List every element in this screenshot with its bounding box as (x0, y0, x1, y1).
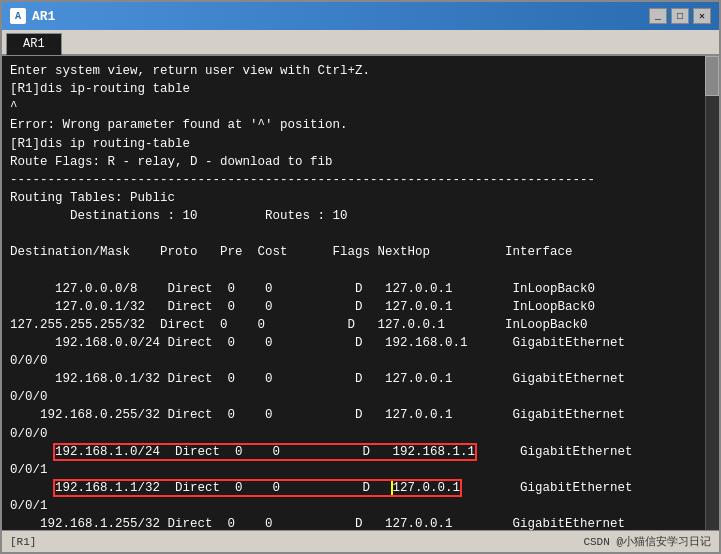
title-bar: A AR1 _ □ ✕ (2, 2, 719, 30)
line-route-6b: 0/0/0 (10, 427, 48, 441)
line-route-5: 192.168.0.1/32 Direct 0 0 D 127.0.0.1 Gi… (10, 372, 625, 386)
highlight-127-0-0-1: 127.0.0.1 (393, 481, 461, 495)
highlight-192-168-1-1: 192.168.1.1/32 Direct 0 0 D 127.0.0.1 (55, 481, 460, 495)
line-6: Route Flags: R - relay, D - download to … (10, 155, 333, 169)
minimize-button[interactable]: _ (649, 8, 667, 24)
line-route-9: 192.168.1.255/32 Direct 0 0 D 127.0.0.1 … (10, 517, 625, 530)
highlight-192-168-1-0: 192.168.1.0/24 Direct 0 0 D 192.168.1.1 (55, 445, 475, 459)
window-controls[interactable]: _ □ ✕ (649, 8, 711, 24)
app-icon: A (10, 8, 26, 24)
line-8: Routing Tables: Public (10, 191, 175, 205)
scrollbar-thumb[interactable] (705, 56, 719, 96)
terminal-text: Enter system view, return user view with… (10, 62, 695, 530)
line-route-5b: 0/0/0 (10, 390, 48, 404)
line-3: ^ (10, 100, 18, 114)
main-window: A AR1 _ □ ✕ AR1 Enter system view, retur… (0, 0, 721, 554)
terminal-content: Enter system view, return user view with… (10, 62, 711, 530)
line-7: ----------------------------------------… (10, 173, 595, 187)
line-9: Destinations : 10 Routes : 10 (10, 209, 348, 223)
scrollbar[interactable] (705, 56, 719, 530)
tab-bar: AR1 (2, 30, 719, 56)
line-route-7b: 0/0/1 (10, 463, 48, 477)
line-route-4: 192.168.0.0/24 Direct 0 0 D 192.168.0.1 … (10, 336, 625, 350)
line-route-7: 192.168.1.0/24 Direct 0 0 D 192.168.1.1 … (10, 445, 633, 459)
terminal[interactable]: Enter system view, return user view with… (2, 56, 719, 530)
close-button[interactable]: ✕ (693, 8, 711, 24)
title-bar-left: A AR1 (10, 8, 55, 24)
line-1: Enter system view, return user view with… (10, 64, 370, 78)
line-5: [R1]dis ip routing-table (10, 137, 190, 151)
footer-bar: [R1] CSDN @小猫信安学习日记 (2, 530, 719, 552)
line-route-4b: 0/0/0 (10, 354, 48, 368)
line-route-8: 192.168.1.1/32 Direct 0 0 D 127.0.0.1 Gi… (10, 481, 633, 495)
footer-credit: CSDN @小猫信安学习日记 (583, 534, 711, 549)
line-route-6: 192.168.0.255/32 Direct 0 0 D 127.0.0.1 … (10, 408, 625, 422)
line-route-2: 127.0.0.1/32 Direct 0 0 D 127.0.0.1 InLo… (10, 300, 595, 314)
line-route-8b: 0/0/1 (10, 499, 48, 513)
line-route-3: 127.255.255.255/32 Direct 0 0 D 127.0.0.… (10, 318, 588, 332)
line-2: [R1]dis ip-routing table (10, 82, 190, 96)
line-4: Error: Wrong parameter found at '^' posi… (10, 118, 348, 132)
line-route-1: 127.0.0.0/8 Direct 0 0 D 127.0.0.1 InLoo… (10, 282, 595, 296)
line-header: Destination/Mask Proto Pre Cost Flags Ne… (10, 245, 573, 259)
tab-ar1[interactable]: AR1 (6, 33, 62, 55)
window-title: AR1 (32, 9, 55, 24)
footer-prompt: [R1] (10, 536, 36, 548)
restore-button[interactable]: □ (671, 8, 689, 24)
